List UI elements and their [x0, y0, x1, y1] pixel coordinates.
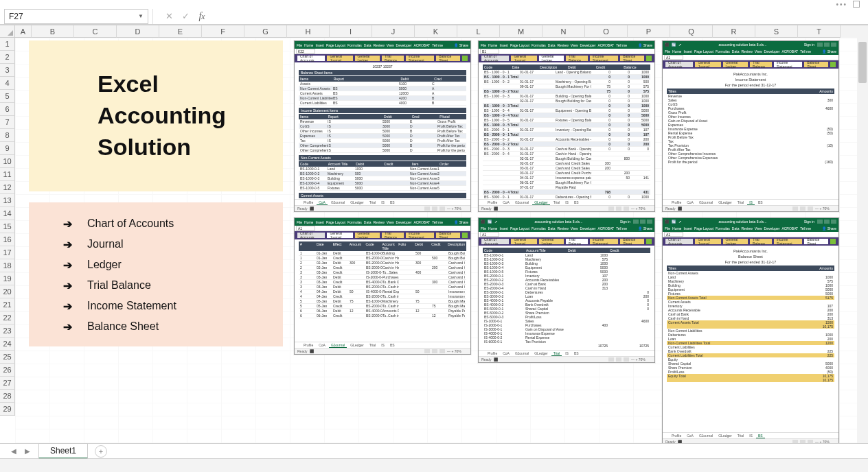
row-header[interactable]: 9	[0, 142, 15, 155]
formula-bar: F27 ▼ ✕ ✓ fx	[0, 8, 868, 25]
col-header[interactable]: M	[500, 25, 542, 38]
thumb-chart-of-accounts: FileHomeInsertPage LayoutFormulasDataRev…	[294, 40, 471, 212]
row-header[interactable]: 17	[0, 246, 15, 259]
thumb-ledger: FileHomeInsertPage LayoutFormulasDataRev…	[478, 40, 655, 212]
sheet-tab-active[interactable]: Sheet1	[38, 443, 88, 459]
row-header[interactable]: 13	[0, 194, 15, 207]
feature-label: Income Statement	[87, 300, 176, 312]
accept-icon[interactable]: ✓	[177, 11, 194, 21]
col-header[interactable]: F	[202, 25, 244, 38]
thumb-balance-sheet: ⬛🔄↗accounting solution beta 8.xls...Sign…	[662, 217, 839, 445]
col-header[interactable]: E	[159, 25, 202, 38]
title-block: Excel Accounting Solution	[29, 40, 283, 191]
fx-icon[interactable]: fx	[194, 11, 210, 22]
row-header[interactable]: 28	[0, 390, 15, 403]
col-header[interactable]: Q	[670, 25, 713, 38]
spreadsheet-grid[interactable]: ABCDEFGHIJKLMNOPQRST 1234567891011121314…	[0, 25, 868, 450]
cells-area[interactable]: Excel Accounting Solution ➔Chart of Acco…	[15, 38, 868, 450]
col-header[interactable]: P	[628, 25, 670, 38]
col-header[interactable]: K	[415, 25, 457, 38]
feature-label: Chart of Accounts	[87, 217, 174, 230]
row-header[interactable]: 24	[0, 338, 15, 351]
window-control-icon[interactable]	[853, 1, 860, 8]
row-header[interactable]: 12	[0, 181, 15, 194]
cell-reference: F27	[9, 12, 23, 21]
row-header[interactable]: 14	[0, 207, 15, 220]
row-headers[interactable]: 1234567891011121314151617181920212223242…	[0, 38, 15, 416]
add-sheet-button[interactable]: +	[95, 445, 107, 458]
sheet-nav-prev[interactable]: ◀	[7, 447, 21, 455]
col-header[interactable]: J	[372, 25, 415, 38]
row-header[interactable]: 22	[0, 311, 15, 324]
col-header[interactable]: H	[287, 25, 330, 38]
feature-label: Journal	[87, 238, 123, 250]
thumb-journal: FileHomeInsertPage LayoutFormulasDataRev…	[294, 217, 471, 355]
feature-label: Trial Balance	[87, 279, 151, 292]
row-header[interactable]: 10	[0, 155, 15, 168]
name-box[interactable]: F27 ▼	[4, 9, 148, 24]
select-all-corner[interactable]	[0, 25, 15, 38]
row-header[interactable]: 6	[0, 103, 15, 116]
col-header[interactable]: R	[713, 25, 755, 38]
col-header[interactable]: S	[755, 25, 798, 38]
col-header[interactable]: A	[15, 25, 32, 38]
row-header[interactable]: 26	[0, 364, 15, 377]
row-header[interactable]: 1	[0, 38, 15, 51]
arrow-right-icon: ➔	[63, 259, 72, 272]
more-icon: •••	[836, 1, 847, 8]
col-header[interactable]: T	[798, 25, 841, 38]
row-header[interactable]: 3	[0, 64, 15, 77]
cancel-icon[interactable]: ✕	[161, 11, 177, 21]
status-bar	[0, 458, 868, 472]
sheet-tabs-bar: ◀ ▶ Sheet1 +	[0, 443, 868, 458]
vertical-scrollbar[interactable]	[857, 38, 868, 450]
window-titlebar: •••	[0, 0, 868, 8]
row-header[interactable]: 20	[0, 285, 15, 298]
col-header[interactable]: G	[244, 25, 287, 38]
col-header[interactable]: B	[32, 25, 74, 38]
row-header[interactable]: 29	[0, 403, 15, 416]
arrow-right-icon: ➔	[63, 320, 72, 333]
formula-input[interactable]	[210, 9, 868, 24]
row-header[interactable]: 16	[0, 233, 15, 246]
thumb-trial-balance: ⬛🔄↗accounting solution beta 8.xls...Sign…	[478, 217, 655, 363]
arrow-right-icon: ➔	[63, 300, 72, 313]
col-header[interactable]: L	[457, 25, 500, 38]
row-header[interactable]: 18	[0, 259, 15, 272]
row-header[interactable]: 15	[0, 220, 15, 233]
row-header[interactable]: 11	[0, 168, 15, 181]
feature-label: Ledger	[87, 259, 122, 271]
col-header[interactable]: C	[74, 25, 117, 38]
thumb-income-statement: ⬛🔄↗accounting solution beta 8.xls...Sign…	[662, 40, 839, 212]
column-headers[interactable]: ABCDEFGHIJKLMNOPQRST	[15, 25, 868, 38]
arrow-right-icon: ➔	[63, 217, 72, 231]
arrow-right-icon: ➔	[63, 279, 72, 292]
sheet-nav-next[interactable]: ▶	[21, 447, 34, 455]
col-header[interactable]: D	[117, 25, 159, 38]
row-header[interactable]: 4	[0, 77, 15, 90]
row-header[interactable]: 7	[0, 116, 15, 129]
features-block: ➔Chart of Accounts➔Journal➔Ledger➔Trial …	[29, 202, 283, 346]
row-header[interactable]: 8	[0, 129, 15, 142]
row-header[interactable]: 21	[0, 298, 15, 311]
arrow-right-icon: ➔	[63, 238, 72, 251]
row-header[interactable]: 2	[0, 51, 15, 64]
row-header[interactable]: 23	[0, 324, 15, 338]
row-header[interactable]: 27	[0, 377, 15, 390]
chevron-down-icon[interactable]: ▼	[138, 13, 144, 19]
row-header[interactable]: 19	[0, 272, 15, 285]
col-header[interactable]: I	[330, 25, 372, 38]
row-header[interactable]: 5	[0, 90, 15, 103]
col-header[interactable]: O	[585, 25, 628, 38]
feature-label: Balance Sheet	[87, 320, 159, 333]
row-header[interactable]: 25	[0, 351, 15, 364]
col-header[interactable]: N	[542, 25, 585, 38]
